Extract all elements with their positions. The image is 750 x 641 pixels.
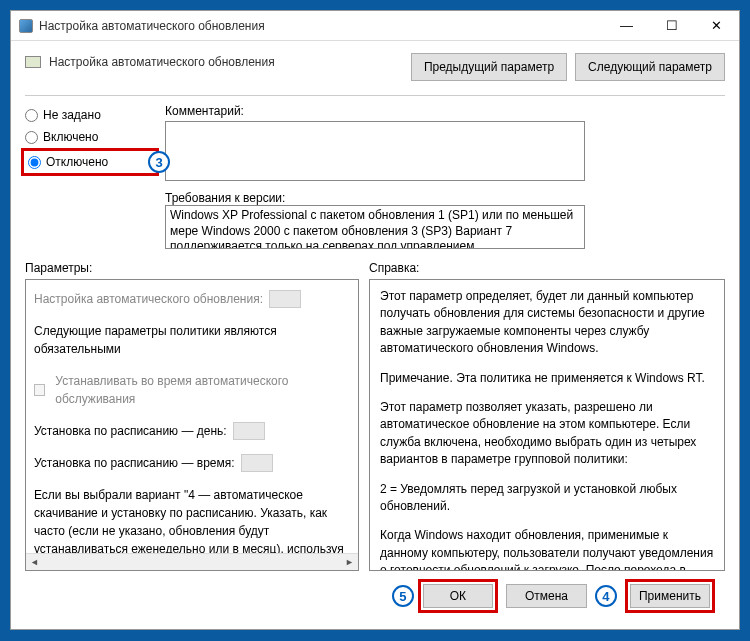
scroll-left-icon[interactable]: ◄	[26, 554, 43, 571]
nav-buttons: Предыдущий параметр Следующий параметр	[411, 53, 725, 81]
header-row: Настройка автоматического обновления Пре…	[25, 53, 725, 81]
radio-not-configured-input[interactable]	[25, 109, 38, 122]
param-day: Установка по расписанию — день:	[34, 422, 350, 440]
radio-disabled-input[interactable]	[28, 156, 41, 169]
params-h-scrollbar[interactable]: ◄ ►	[26, 553, 358, 570]
params-panel: Настройка автоматического обновления: Сл…	[25, 279, 359, 571]
update-config-dropdown[interactable]	[269, 290, 301, 308]
help-p5: Когда Windows находит обновления, примен…	[380, 527, 714, 571]
highlight-disabled-radio: Отключено 3	[21, 148, 159, 176]
policy-editor-window: Настройка автоматического обновления — ☐…	[10, 10, 740, 630]
params-note: Следующие параметры политики являются об…	[34, 322, 350, 358]
radio-not-configured-label: Не задано	[43, 108, 101, 122]
close-button[interactable]: ✕	[694, 11, 739, 41]
radio-enabled-input[interactable]	[25, 131, 38, 144]
param-install-during: Устанавливать во время автоматического о…	[34, 372, 350, 408]
params-header: Настройка автоматического обновления:	[34, 290, 350, 308]
highlight-apply: Применить	[625, 579, 715, 613]
callout-5: 5	[392, 585, 414, 607]
app-icon	[19, 19, 33, 33]
help-p3: Этот параметр позволяет указать, разреше…	[380, 399, 714, 469]
install-during-checkbox[interactable]	[34, 384, 45, 396]
highlight-ok: ОК	[418, 579, 498, 613]
callout-3: 3	[148, 151, 170, 173]
right-top: Комментарий: Требования к версии: Window…	[165, 104, 725, 249]
main-panels: Настройка автоматического обновления: Сл…	[25, 279, 725, 571]
maximize-button[interactable]: ☐	[649, 11, 694, 41]
schedule-time-dropdown[interactable]	[241, 454, 273, 472]
version-row: Требования к версии:	[165, 189, 725, 205]
scroll-right-icon[interactable]: ►	[341, 554, 358, 571]
param-time: Установка по расписанию — время:	[34, 454, 350, 472]
radio-disabled-label: Отключено	[46, 155, 108, 169]
callout-4: 4	[595, 585, 617, 607]
radio-enabled[interactable]: Включено	[25, 130, 155, 144]
divider	[25, 95, 725, 96]
top-section: Не задано Включено Отключено 3 Комментар…	[25, 104, 725, 249]
window-title: Настройка автоматического обновления	[39, 19, 265, 33]
window-controls: — ☐ ✕	[604, 11, 739, 41]
mid-labels: Параметры: Справка:	[25, 261, 725, 275]
content-area: Настройка автоматического обновления Пре…	[11, 41, 739, 629]
help-p4: 2 = Уведомлять перед загрузкой и установ…	[380, 481, 714, 516]
apply-button[interactable]: Применить	[630, 584, 710, 608]
titlebar: Настройка автоматического обновления — ☐…	[11, 11, 739, 41]
help-label: Справка:	[369, 261, 419, 275]
cancel-button[interactable]: Отмена	[506, 584, 587, 608]
prev-param-button[interactable]: Предыдущий параметр	[411, 53, 567, 81]
schedule-day-dropdown[interactable]	[233, 422, 265, 440]
ok-button[interactable]: ОК	[423, 584, 493, 608]
version-box[interactable]: Windows XP Professional с пакетом обновл…	[165, 205, 585, 249]
policy-title: Настройка автоматического обновления	[49, 53, 403, 69]
help-p2: Примечание. Эта политика не применяется …	[380, 370, 714, 387]
state-radios: Не задано Включено Отключено 3	[25, 104, 155, 249]
radio-disabled[interactable]: Отключено	[28, 155, 152, 169]
next-param-button[interactable]: Следующий параметр	[575, 53, 725, 81]
help-p1: Этот параметр определяет, будет ли данны…	[380, 288, 714, 358]
help-text: Этот параметр определяет, будет ли данны…	[370, 280, 724, 571]
version-text: Windows XP Professional с пакетом обновл…	[170, 208, 573, 249]
radio-enabled-label: Включено	[43, 130, 98, 144]
comment-label: Комментарий:	[165, 104, 725, 118]
comment-textarea[interactable]	[165, 121, 585, 181]
footer: 5 ОК Отмена 4 Применить	[25, 571, 725, 621]
help-panel[interactable]: Этот параметр определяет, будет ли данны…	[369, 279, 725, 571]
title-left: Настройка автоматического обновления	[19, 19, 265, 33]
minimize-button[interactable]: —	[604, 11, 649, 41]
params-label: Параметры:	[25, 261, 369, 275]
version-label: Требования к версии:	[165, 189, 285, 205]
radio-not-configured[interactable]: Не задано	[25, 108, 155, 122]
params-inner: Настройка автоматического обновления: Сл…	[26, 280, 358, 570]
policy-icon	[25, 56, 41, 68]
